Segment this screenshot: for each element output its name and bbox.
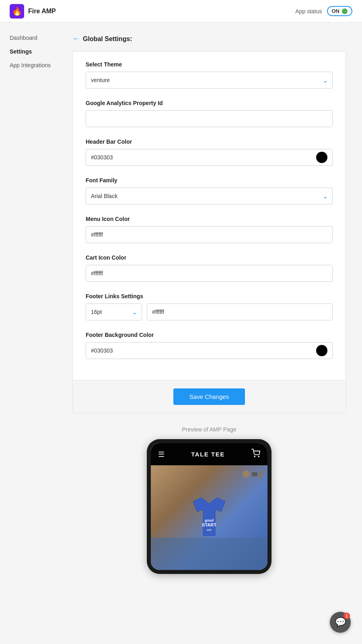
- svg-point-0: [254, 456, 255, 457]
- menu-icon-color-label: Menu Icon Color: [86, 216, 333, 222]
- sidebar-item-app-integrations[interactable]: App Integrations: [10, 62, 64, 68]
- header-left: 🔥 Fire AMP: [10, 4, 56, 19]
- sidebar-item-dashboard[interactable]: Dashboard: [10, 35, 64, 41]
- menu-icon-color-input[interactable]: #ffffff: [86, 226, 333, 243]
- settings-card: Select Theme venture default minimal bol…: [72, 51, 346, 413]
- toggle-dot: [342, 8, 348, 14]
- footer-links-label: Footer Links Settings: [86, 293, 333, 299]
- acc-pen: [257, 470, 263, 478]
- shirt-graphic-icon: good START with: [185, 497, 233, 538]
- analytics-input[interactable]: [86, 110, 333, 127]
- phone-screen: ☰ TALE TEE: [151, 443, 267, 570]
- theme-field-group: Select Theme venture default minimal bol…: [86, 61, 333, 89]
- phone-menu-icon: ☰: [158, 450, 165, 459]
- chat-icon: 💬: [335, 617, 346, 627]
- app-header: 🔥 Fire AMP App status ON: [0, 0, 362, 23]
- phone-content: good START with: [151, 465, 267, 570]
- footer-bg-color-label: Footer Background Color: [86, 332, 333, 338]
- theme-select-wrapper: venture default minimal bold ⌄: [86, 72, 333, 89]
- footer-links-row: 10pt 12pt 14pt 16pt 18pt 20pt ⌄ #ffffff: [86, 303, 333, 320]
- sidebar-item-settings[interactable]: Settings: [10, 48, 64, 55]
- font-family-field-group: Font Family Arial Black Arial Helvetica …: [86, 177, 333, 204]
- app-logo: 🔥: [10, 4, 24, 19]
- preview-section: Preview of AMP Page ☰ TALE TEE: [72, 426, 346, 574]
- app-name: Fire AMP: [28, 8, 56, 15]
- svg-point-1: [258, 456, 259, 457]
- cart-icon-color-input[interactable]: #ffffff: [86, 265, 333, 282]
- footer-links-field-group: Footer Links Settings 10pt 12pt 14pt 16p…: [86, 293, 333, 320]
- cart-icon-color-label: Cart Icon Color: [86, 254, 333, 261]
- toggle-label: ON: [332, 8, 340, 14]
- header-bar-color-swatch[interactable]: [316, 152, 327, 163]
- cart-icon-color-field-group: Cart Icon Color #ffffff: [86, 254, 333, 282]
- preview-label: Preview of AMP Page: [72, 426, 346, 433]
- analytics-field-group: Google Analytics Property Id: [86, 100, 333, 127]
- sidebar: Dashboard Settings App Integrations: [0, 35, 64, 590]
- chat-widget[interactable]: 💬 1: [330, 612, 351, 633]
- footer-bg-color-swatch[interactable]: [316, 345, 327, 356]
- font-family-select[interactable]: Arial Black Arial Helvetica Georgia Time…: [86, 188, 333, 204]
- footer-links-color-input[interactable]: #ffffff: [147, 303, 333, 320]
- analytics-label: Google Analytics Property Id: [86, 100, 333, 106]
- acc-wallet: [252, 472, 257, 476]
- save-changes-button[interactable]: Save Changes: [173, 388, 245, 405]
- denim-background: [151, 538, 267, 570]
- settings-body: Select Theme venture default minimal bol…: [73, 52, 346, 380]
- footer-bg-color-row: #030303: [86, 342, 333, 359]
- page-title: Global Settings:: [83, 35, 132, 43]
- theme-label: Select Theme: [86, 61, 333, 68]
- footer-size-select[interactable]: 10pt 12pt 14pt 16pt 18pt 20pt: [86, 303, 142, 320]
- header-bar-color-input[interactable]: #030303: [91, 154, 316, 161]
- phone-mockup: ☰ TALE TEE: [147, 439, 272, 574]
- header-bar-color-row: #030303: [86, 149, 333, 166]
- header-bar-color-label: Header Bar Color: [86, 138, 333, 145]
- phone-header: ☰ TALE TEE: [151, 443, 267, 465]
- svg-text:with: with: [206, 528, 212, 531]
- save-area: Save Changes: [73, 380, 346, 413]
- theme-select[interactable]: venture default minimal bold: [86, 72, 333, 89]
- header-right: App status ON: [295, 6, 352, 16]
- breadcrumb: ← Global Settings:: [72, 35, 346, 43]
- footer-size-select-wrapper: 10pt 12pt 14pt 16pt 18pt 20pt ⌄: [86, 303, 142, 320]
- menu-icon-color-field-group: Menu Icon Color #ffffff: [86, 216, 333, 243]
- font-family-select-wrapper: Arial Black Arial Helvetica Georgia Time…: [86, 188, 333, 204]
- phone-store-title: TALE TEE: [191, 451, 224, 458]
- header-bar-color-field-group: Header Bar Color #030303: [86, 138, 333, 166]
- phone-cart-icon: [251, 449, 260, 460]
- svg-text:START: START: [202, 522, 216, 527]
- product-image: good START with: [151, 465, 267, 570]
- footer-bg-color-field-group: Footer Background Color #030303: [86, 332, 333, 359]
- font-family-label: Font Family: [86, 177, 333, 184]
- page-layout: Dashboard Settings App Integrations ← Gl…: [0, 23, 362, 590]
- acc-watch: [243, 471, 250, 478]
- flame-icon: 🔥: [12, 6, 22, 16]
- app-status-toggle[interactable]: ON: [327, 6, 353, 16]
- app-status-label: App status: [295, 8, 322, 14]
- main-content: ← Global Settings: Select Theme venture …: [64, 35, 362, 590]
- back-arrow-icon[interactable]: ←: [72, 35, 80, 43]
- footer-bg-color-input[interactable]: #030303: [91, 347, 316, 354]
- svg-text:good: good: [204, 518, 214, 522]
- chat-notification-badge: 1: [343, 613, 350, 619]
- accessories-area: [243, 470, 262, 478]
